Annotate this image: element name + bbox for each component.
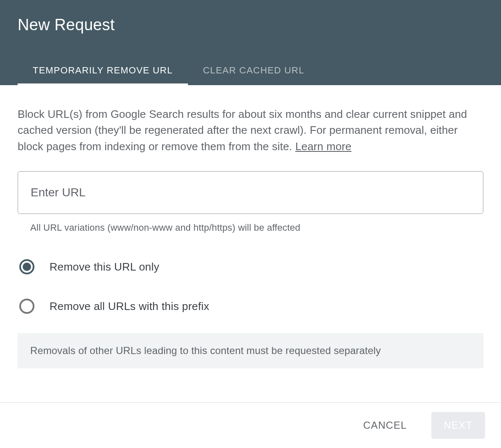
url-input[interactable] — [18, 171, 483, 214]
notice-banner: Removals of other URLs leading to this c… — [18, 333, 483, 368]
description-main: Block URL(s) from Google Search results … — [18, 108, 467, 153]
new-request-dialog: New Request TEMPORARILY REMOVE URL CLEAR… — [0, 0, 501, 448]
dialog-body: Block URL(s) from Google Search results … — [0, 85, 501, 402]
radio-icon — [19, 259, 34, 274]
dialog-footer: CANCEL NEXT — [0, 402, 501, 448]
radio-label: Remove all URLs with this prefix — [50, 300, 209, 313]
next-button[interactable]: NEXT — [431, 412, 485, 439]
url-helper-text: All URL variations (www/non-www and http… — [30, 222, 483, 233]
cancel-button[interactable]: CANCEL — [351, 412, 420, 439]
tab-bar: TEMPORARILY REMOVE URL CLEAR CACHED URL — [18, 57, 483, 85]
dialog-title: New Request — [18, 16, 483, 34]
radio-remove-this-url-only[interactable]: Remove this URL only — [18, 252, 483, 282]
radio-label: Remove this URL only — [50, 260, 159, 273]
removal-scope-radio-group: Remove this URL only Remove all URLs wit… — [18, 252, 483, 321]
learn-more-link[interactable]: Learn more — [295, 140, 352, 153]
dialog-header: New Request TEMPORARILY REMOVE URL CLEAR… — [0, 0, 501, 85]
tab-clear-cached-url[interactable]: CLEAR CACHED URL — [188, 57, 320, 85]
radio-remove-all-urls-with-prefix[interactable]: Remove all URLs with this prefix — [18, 291, 483, 321]
tab-temporarily-remove-url[interactable]: TEMPORARILY REMOVE URL — [18, 57, 188, 85]
description-text: Block URL(s) from Google Search results … — [18, 106, 483, 154]
radio-icon — [19, 299, 34, 314]
